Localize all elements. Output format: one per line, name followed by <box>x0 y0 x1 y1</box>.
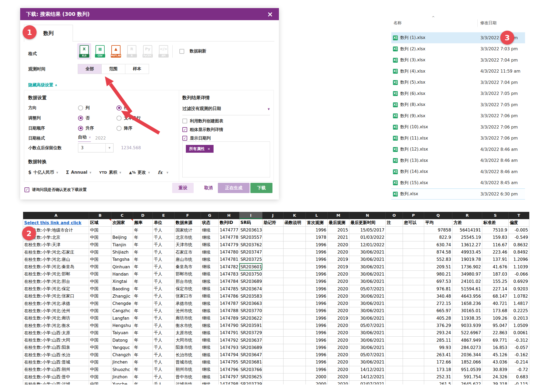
sheet-cell[interactable]: 1996 <box>306 293 328 300</box>
sheet-cell[interactable]: 千人 <box>153 293 175 300</box>
sheet-cell[interactable]: 继续 <box>201 373 219 381</box>
sheet-cell[interactable]: 年 <box>133 366 153 373</box>
sheet-cell[interactable]: Jinzhon <box>111 373 133 381</box>
sheet-cell[interactable] <box>283 351 306 359</box>
col-letter-C[interactable]: C <box>111 212 133 219</box>
sheet-cell[interactable]: 2645.622 <box>452 381 482 384</box>
sheet-cell[interactable]: 30/06/2021 <box>349 278 386 285</box>
sheet-cell[interactable]: 30/06/2021 <box>349 249 386 256</box>
sheet-cell[interactable]: 在校生数:小学:山西:晋城 <box>23 359 89 366</box>
sheet-cell[interactable]: 1474779 <box>219 241 239 249</box>
sheet-cell[interactable]: Qinhuan <box>111 263 133 270</box>
sheet-cell[interactable] <box>263 241 283 249</box>
sheet-cell[interactable]: 30/06/2021 <box>349 256 386 263</box>
sheet-cell[interactable]: 千人 <box>153 344 175 351</box>
sheet-cell[interactable]: 51594.61 <box>452 285 482 293</box>
sheet-cell[interactable] <box>403 315 424 322</box>
sheet-cell[interactable]: Taiyuan <box>111 329 133 337</box>
sheet-cell[interactable] <box>263 381 283 384</box>
sheet-cell[interactable]: 2015 <box>328 227 349 234</box>
sheet-cell[interactable]: SR2036376 <box>239 337 263 344</box>
sheet-cell[interactable] <box>111 227 133 234</box>
sheet-cell[interactable]: 中国 <box>89 263 111 270</box>
sheet-cell[interactable] <box>386 351 403 359</box>
sheet-cell[interactable] <box>403 337 424 344</box>
sheet-cell[interactable]: 中国 <box>89 315 111 322</box>
sheet-cell[interactable]: 中国 <box>89 359 111 366</box>
sheet-header-cell[interactable]: 平均 <box>424 219 452 227</box>
col-letter-B[interactable]: B <box>89 212 111 219</box>
sheet-cell[interactable]: 晋城市统 <box>175 359 201 366</box>
sheet-cell[interactable] <box>263 293 283 300</box>
sheet-cell[interactable]: 1474784 <box>219 278 239 285</box>
sheet-cell[interactable] <box>403 300 424 307</box>
sheet-cell[interactable]: 石家庄市 <box>175 249 201 256</box>
sheet-cell[interactable]: 0.2225 <box>509 307 529 315</box>
sheet-cell[interactable]: 284.0273 <box>452 344 482 351</box>
sheet-cell[interactable] <box>263 227 283 234</box>
sheet-cell[interactable]: SR2036814 <box>239 359 263 366</box>
sheet-cell[interactable]: 1474790 <box>219 322 239 329</box>
sheet-cell[interactable] <box>386 227 403 234</box>
sheet-cell[interactable]: 中国 <box>89 381 111 384</box>
sheet-cell[interactable]: 0.6929 <box>509 278 529 285</box>
sheet-cell[interactable]: 227.14 <box>482 285 509 293</box>
sheet-cell[interactable] <box>386 366 403 373</box>
selected-cell[interactable]: SR2036011 <box>239 263 263 270</box>
sheet-cell[interactable]: 千人 <box>153 285 175 293</box>
radio-option[interactable]: 升序 <box>78 126 116 131</box>
sheet-cell[interactable] <box>386 381 403 384</box>
sheet-cell[interactable]: 承德市统 <box>175 300 201 307</box>
data-refresh-checkbox[interactable] <box>179 49 184 54</box>
sheet-cell[interactable]: 继续 <box>201 285 219 293</box>
sheet-cell[interactable] <box>263 307 283 315</box>
sheet-cell[interactable]: 263.41 <box>424 351 452 359</box>
sheet-cell[interactable]: 261.5 <box>424 381 452 384</box>
sheet-cell[interactable]: 千人 <box>153 329 175 337</box>
sheet-cell[interactable]: Shuozhc <box>111 366 133 373</box>
sheet-cell[interactable]: 2020 <box>328 373 349 381</box>
sheet-cell[interactable] <box>403 227 424 234</box>
sheet-cell[interactable]: 千人 <box>153 278 175 285</box>
sheet-cell[interactable]: Datong <box>111 337 133 344</box>
sheet-cell[interactable] <box>263 256 283 263</box>
sheet-cell[interactable]: 中国 <box>89 307 111 315</box>
sheet-cell[interactable]: 中国 <box>89 234 111 241</box>
sheet-cell[interactable]: 15/05/2017 <box>349 227 386 234</box>
sheet-cell[interactable]: 1996 <box>306 249 328 256</box>
sheet-cell[interactable] <box>263 263 283 270</box>
sheet-cell[interactable] <box>263 373 283 381</box>
sheet-cell[interactable]: 2021 <box>328 234 349 241</box>
filter-dates-dropdown[interactable]: 过滤没有观测的日期 ∨ <box>182 106 270 115</box>
sheet-cell[interactable]: 1474781 <box>219 256 239 263</box>
sheet-cell[interactable]: 继续 <box>201 227 219 234</box>
sheet-cell[interactable] <box>283 373 306 381</box>
sheet-cell[interactable]: 中国 <box>89 271 111 278</box>
sheet-cell[interactable]: 2020 <box>328 329 349 337</box>
sheet-cell[interactable]: SR2035578 <box>239 234 263 241</box>
sheet-cell[interactable]: 05/07/2021 <box>349 322 386 329</box>
col-letter-A[interactable]: A <box>23 212 89 219</box>
file-row[interactable]: 数列 (12).xlsx4/3/2022 8:46 am <box>391 144 525 155</box>
sheet-cell[interactable]: 2020 <box>328 285 349 293</box>
sheet-cell[interactable]: 630.74 <box>424 241 452 249</box>
sheet-cell[interactable]: 邢台市统 <box>175 278 201 285</box>
sheet-cell[interactable]: 千人 <box>153 241 175 249</box>
sheet-cell[interactable]: 285.11 <box>424 337 452 344</box>
sheet-cell[interactable]: 北京市统 <box>175 234 201 241</box>
sheet-cell[interactable]: 34980.97 <box>452 271 482 278</box>
radio-option[interactable]: 列 <box>78 105 116 111</box>
checkbox[interactable]: ✓ <box>182 136 187 141</box>
sheet-cell[interactable]: 继续 <box>201 293 219 300</box>
sheet-cell[interactable]: -0.214 <box>509 359 529 366</box>
sheet-cell[interactable]: 1996 <box>306 315 328 322</box>
sheet-cell[interactable]: 7510.9 <box>482 227 509 234</box>
transform-item[interactable]: $十亿人民币∨ <box>28 170 58 175</box>
radio-icon[interactable] <box>116 126 122 131</box>
sheet-cell[interactable]: 年 <box>133 381 153 384</box>
sheet-cell[interactable]: 继续 <box>201 344 219 351</box>
sheet-cell[interactable]: Tianjin <box>111 241 133 249</box>
sheet-cell[interactable]: 12/01/2022 <box>349 241 386 249</box>
sheet-cell[interactable]: Cangzhc <box>111 307 133 315</box>
sheet-cell[interactable] <box>386 359 403 366</box>
